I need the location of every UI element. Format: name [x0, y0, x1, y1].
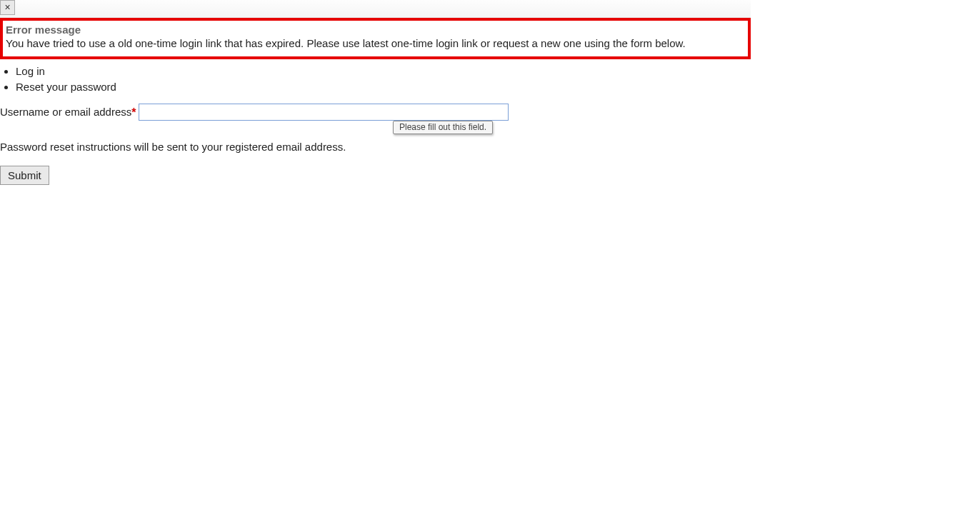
required-star-icon: * [131, 106, 136, 119]
username-row: Username or email address* Please fill o… [0, 104, 980, 121]
nav-reset-password[interactable]: Reset your password [16, 79, 980, 95]
username-input[interactable] [139, 104, 509, 121]
error-body: You have tried to use a old one-time log… [6, 37, 745, 49]
error-title: Error message [6, 24, 745, 36]
validation-tooltip: Please fill out this field. [393, 121, 493, 134]
top-bar: × [0, 0, 751, 18]
nav-login[interactable]: Log in [16, 64, 980, 79]
error-message-box: Error message You have tried to use a ol… [0, 18, 751, 59]
close-button[interactable]: × [0, 0, 15, 15]
help-text: Password reset instructions will be sent… [0, 141, 980, 153]
submit-button[interactable]: Submit [0, 166, 49, 185]
username-label: Username or email address [0, 106, 131, 118]
nav-list: Log in Reset your password [0, 64, 980, 95]
